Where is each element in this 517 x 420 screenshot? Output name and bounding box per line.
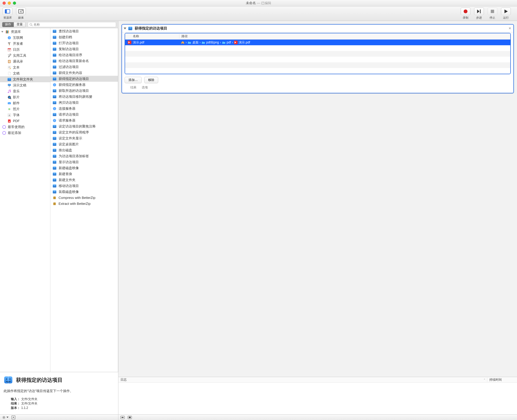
- action-item[interactable]: 连接服务器: [50, 106, 118, 111]
- stop-icon: [490, 9, 495, 14]
- action-item[interactable]: 设定文件夹显示: [50, 135, 118, 141]
- step-button[interactable]: [474, 8, 484, 15]
- action-label: 新建磁盘映像: [59, 166, 79, 170]
- action-item[interactable]: 装载磁盘映像: [50, 189, 118, 195]
- sidebar-item[interactable]: 影片: [0, 94, 50, 100]
- view-mode-split-button[interactable]: [128, 416, 132, 419]
- action-item[interactable]: 显示访达项目: [50, 159, 118, 165]
- action-item[interactable]: 设定文件的应用程序: [50, 129, 118, 135]
- action-item[interactable]: 请求访达项目: [50, 111, 118, 117]
- tab-variables[interactable]: 变量: [14, 22, 25, 27]
- action-icon: [52, 59, 57, 63]
- version-value: 1.1.2: [21, 406, 28, 410]
- action-item[interactable]: 将访达项目移到废纸篓: [50, 94, 118, 100]
- svg-point-38: [30, 23, 32, 25]
- action-item[interactable]: Extract with BetterZip: [50, 201, 118, 207]
- action-item[interactable]: 给访达项目重新命名: [50, 58, 118, 64]
- window-minimize-button[interactable]: [8, 2, 11, 5]
- action-item[interactable]: Compress with BetterZip: [50, 195, 118, 201]
- action-item[interactable]: 请求服务器: [50, 117, 118, 123]
- action-item[interactable]: 查找访达项目: [50, 28, 118, 34]
- action-item[interactable]: 移动访达项目: [50, 183, 118, 189]
- action-item[interactable]: 新建文件夹: [50, 177, 118, 183]
- sidebar-item[interactable]: 开发者: [0, 41, 50, 47]
- sidebar-icon: [5, 9, 10, 14]
- sidebar-item-most-used[interactable]: 最常使用的: [0, 124, 50, 130]
- sidebar-item-label: 演示文稿: [13, 83, 26, 88]
- close-icon[interactable]: ✕: [508, 26, 511, 30]
- action-item[interactable]: 复制访达项目: [50, 46, 118, 52]
- action-item[interactable]: 新建替身: [50, 171, 118, 177]
- action-label: 打开访达项目: [59, 41, 79, 46]
- column-path-header[interactable]: 路径: [179, 34, 510, 39]
- sidebar-item-library[interactable]: 资源库: [0, 29, 50, 35]
- finder-icon: [4, 375, 13, 385]
- action-item[interactable]: 推出磁盘: [50, 147, 118, 153]
- sidebar-item[interactable]: 音乐: [0, 88, 50, 94]
- sidebar-item[interactable]: 邮件: [0, 100, 50, 106]
- action-item[interactable]: 为访达项目添加标签: [50, 153, 118, 159]
- view-mode-single-button[interactable]: [120, 416, 125, 419]
- settings-menu-button[interactable]: [2, 416, 9, 419]
- action-label: 新建替身: [59, 172, 72, 176]
- sidebar-item[interactable]: 文本: [0, 64, 50, 70]
- sidebar-item-recent[interactable]: 最近添加: [0, 130, 50, 136]
- pdf-icon: [234, 41, 238, 44]
- sidebar-item[interactable]: PDF: [0, 118, 50, 124]
- media-button[interactable]: [16, 8, 26, 15]
- search-input[interactable]: [34, 23, 114, 26]
- action-label: 请求访达项目: [59, 112, 79, 117]
- sidebar-item-label: 影片: [13, 95, 20, 100]
- description-panel: 获得指定的访达项目 此操作将指定的"访达"项目传递至下一个操作。 输入：文件/文…: [0, 372, 118, 414]
- sidebar-item-label: 文稿: [13, 71, 20, 76]
- library-toggle-button[interactable]: [3, 8, 12, 15]
- record-button[interactable]: [461, 8, 470, 15]
- action-item[interactable]: 过滤访达项目: [50, 64, 118, 70]
- table-row[interactable]: 演示.pdf › 桌面 › pdt转png › pdf ›: [125, 40, 510, 45]
- log-column-header[interactable]: 日志⌃: [118, 378, 487, 382]
- action-item[interactable]: 获取所选的访达项目: [50, 88, 118, 94]
- run-button[interactable]: [501, 8, 511, 15]
- toggle-description-button[interactable]: [12, 416, 15, 419]
- sort-indicator-icon: ⌃: [483, 378, 485, 381]
- workflow-canvas[interactable]: 获得指定的访达项目 ✕ 名称 路径 演示.pdf: [118, 21, 517, 377]
- window-close-button[interactable]: [3, 2, 6, 5]
- action-item[interactable]: 创建归档: [50, 34, 118, 40]
- sidebar-item[interactable]: 演示文稿: [0, 82, 50, 88]
- sidebar-item[interactable]: 通讯录: [0, 58, 50, 64]
- action-label: 给访达项目重新命名: [59, 59, 89, 63]
- action-item[interactable]: 拷贝访达项目: [50, 100, 118, 106]
- window-zoom-button[interactable]: [13, 2, 16, 5]
- action-item[interactable]: 获得文件夹内容: [50, 70, 118, 76]
- stop-button[interactable]: [488, 8, 497, 15]
- category-icon: [7, 95, 11, 99]
- tab-options[interactable]: 选项: [142, 85, 148, 90]
- sidebar-item[interactable]: 日历: [0, 47, 50, 52]
- sidebar-item[interactable]: 文稿: [0, 70, 50, 76]
- actions-variables-segment: 操作 变量: [2, 22, 26, 27]
- action-label: 查找访达项目: [59, 29, 79, 34]
- action-item[interactable]: 获得指定的访达项目: [50, 76, 118, 82]
- remove-button[interactable]: 移除: [144, 77, 158, 83]
- sidebar-item[interactable]: 字体: [0, 112, 50, 118]
- disclosure-icon[interactable]: [124, 27, 126, 29]
- action-item[interactable]: 设定访达项目的聚焦注释: [50, 123, 118, 129]
- action-item[interactable]: 设定桌面图片: [50, 141, 118, 147]
- action-item[interactable]: 新建磁盘映像: [50, 165, 118, 171]
- sidebar-item-label: 日历: [13, 47, 20, 52]
- action-item[interactable]: 给访达项目排序: [50, 52, 118, 58]
- description-title: 获得指定的访达项目: [16, 377, 63, 384]
- action-item[interactable]: 获得指定的服务器: [50, 82, 118, 88]
- sidebar-item[interactable]: 互联网: [0, 35, 50, 41]
- sidebar-item[interactable]: 文件和文件夹: [0, 76, 50, 82]
- sidebar-item[interactable]: 照片: [0, 106, 50, 112]
- sidebar-item[interactable]: 实用工具: [0, 52, 50, 58]
- action-item[interactable]: 打开访达项目: [50, 40, 118, 46]
- search-field-wrapper[interactable]: [28, 22, 116, 27]
- duration-column-header[interactable]: 持续时间: [487, 378, 517, 382]
- column-name-header[interactable]: 名称: [125, 34, 179, 39]
- tab-result[interactable]: 结果: [130, 85, 136, 90]
- sidebar-item-label: 音乐: [13, 89, 20, 94]
- tab-actions[interactable]: 操作: [2, 22, 14, 27]
- add-button[interactable]: 添加…: [125, 77, 142, 83]
